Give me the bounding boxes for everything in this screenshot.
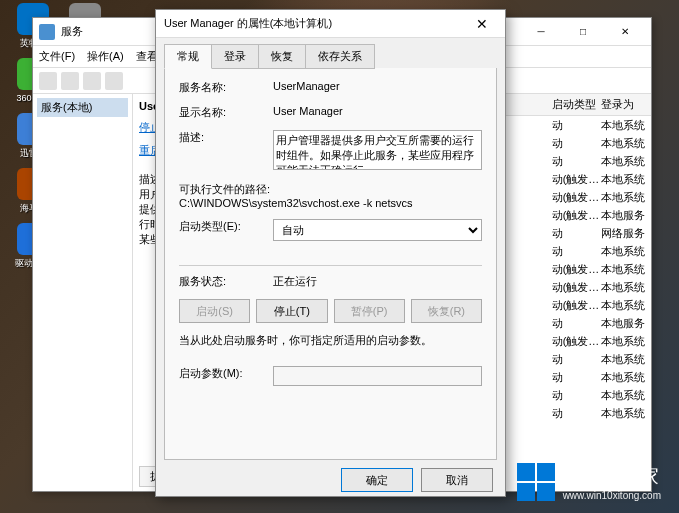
label-display-name: 显示名称: [179, 105, 273, 120]
value-exe-path: C:\WINDOWS\system32\svchost.exe -k netsv… [179, 197, 482, 209]
label-startup-type: 启动类型(E): [179, 219, 273, 234]
label-description: 描述: [179, 130, 273, 145]
label-service-name: 服务名称: [179, 80, 273, 95]
col-logon[interactable]: 登录为 [601, 97, 651, 112]
value-service-status: 正在运行 [273, 274, 482, 289]
toolbar-icon[interactable] [61, 72, 79, 90]
pause-button: 暂停(P) [334, 299, 405, 323]
menu-item[interactable]: 文件(F) [39, 49, 75, 64]
dialog-title: User Manager 的属性(本地计算机) [164, 16, 467, 31]
stop-button[interactable]: 停止(T) [256, 299, 327, 323]
start-params-input [273, 366, 482, 386]
value-display-name: User Manager [273, 105, 482, 117]
dialog-note: 当从此处启动服务时，你可指定所适用的启动参数。 [179, 333, 482, 348]
properties-dialog: User Manager 的属性(本地计算机) ✕ 常规登录恢复依存关系 服务名… [155, 9, 506, 497]
tab-登录[interactable]: 登录 [211, 44, 259, 69]
startup-type-select[interactable]: 自动 [273, 219, 482, 241]
value-service-name: UserManager [273, 80, 482, 92]
toolbar-icon[interactable] [39, 72, 57, 90]
minimize-button[interactable]: ─ [521, 21, 561, 43]
watermark-url: www.win10xitong.com [563, 490, 661, 501]
toolbar-icon[interactable] [105, 72, 123, 90]
tab-恢复[interactable]: 恢复 [258, 44, 306, 69]
services-icon [39, 24, 55, 40]
windows-logo-icon [517, 463, 555, 501]
menu-item[interactable]: 操作(A) [87, 49, 124, 64]
maximize-button[interactable]: □ [563, 21, 603, 43]
label-service-status: 服务状态: [179, 274, 273, 289]
dialog-titlebar[interactable]: User Manager 的属性(本地计算机) ✕ [156, 10, 505, 38]
cancel-button[interactable]: 取消 [421, 468, 493, 492]
services-tree: 服务(本地) [33, 94, 133, 491]
watermark: Win10之家 www.win10xitong.com [517, 463, 661, 501]
start-button: 启动(S) [179, 299, 250, 323]
tab-常规[interactable]: 常规 [164, 44, 212, 69]
close-button[interactable]: ✕ [605, 21, 645, 43]
close-icon[interactable]: ✕ [467, 14, 497, 34]
dialog-tabs: 常规登录恢复依存关系 [156, 38, 505, 69]
toolbar-icon[interactable] [83, 72, 101, 90]
description-textarea[interactable] [273, 130, 482, 170]
tab-依存关系[interactable]: 依存关系 [305, 44, 375, 69]
ok-button[interactable]: 确定 [341, 468, 413, 492]
label-exe-path: 可执行文件的路径: [179, 182, 482, 197]
tree-item-local[interactable]: 服务(本地) [37, 98, 128, 117]
dialog-content: 服务名称: UserManager 显示名称: User Manager 描述:… [164, 68, 497, 460]
col-startup[interactable]: 启动类型 [552, 97, 602, 112]
label-start-params: 启动参数(M): [179, 366, 273, 381]
resume-button: 恢复(R) [411, 299, 482, 323]
watermark-title: Win10之家 [563, 463, 661, 490]
